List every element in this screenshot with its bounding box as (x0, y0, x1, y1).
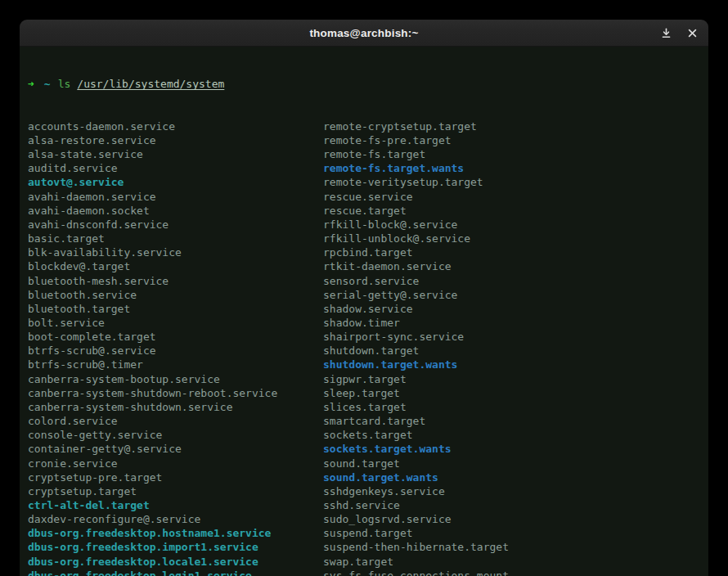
file-entry: btrfs-scrub@.timer (28, 358, 323, 371)
file-entry: sshd.service (323, 498, 700, 512)
listing-row: blockdev@.targetrtkit-daemon.service (28, 259, 700, 273)
prompt-arrow: ➜ (28, 78, 34, 90)
file-entry: suspend.target (323, 526, 700, 540)
file-entry: alsa-restore.service (28, 133, 323, 147)
directory-entry: remote-fs.target.wants (323, 161, 700, 175)
close-icon (688, 29, 697, 38)
listing-row: canberra-system-shutdown-reboot.services… (28, 386, 700, 400)
listing-row: bluetooth.targetshadow.service (28, 302, 700, 316)
prompt-cwd: ~ (44, 78, 51, 90)
file-entry: remote-veritysetup.target (323, 175, 700, 189)
file-entry: rtkit-daemon.service (323, 259, 700, 273)
file-entry: swap.target (323, 555, 700, 569)
listing-row: btrfs-scrub@.timershutdown.target.wants (28, 358, 700, 371)
file-entry: smartcard.target (323, 414, 700, 428)
listing-row: alsa-state.serviceremote-fs.target (28, 147, 700, 161)
file-entry: console-getty.service (28, 428, 323, 442)
download-icon (661, 28, 672, 38)
file-entry: shadow.timer (323, 316, 700, 330)
file-entry: sys-fs-fuse-connections.mount (323, 569, 700, 576)
listing-row: dbus-org.freedesktop.import1.servicesusp… (28, 540, 700, 554)
file-entry: shairport-sync.service (323, 330, 700, 344)
file-entry: avahi-daemon.service (28, 190, 323, 204)
file-entry: sshdgenkeys.service (323, 484, 700, 498)
listing-row: accounts-daemon.serviceremote-cryptsetup… (28, 119, 700, 133)
file-entry: accounts-daemon.service (28, 119, 323, 133)
file-entry: blockdev@.target (28, 259, 323, 273)
listing-row: avahi-daemon.socketrescue.target (28, 204, 700, 218)
file-entry: colord.service (28, 414, 323, 428)
file-entry: bluetooth.target (28, 302, 323, 316)
listing-row: bluetooth-mesh.servicesensord.service (28, 274, 700, 288)
listing-row: auditd.serviceremote-fs.target.wants (28, 161, 700, 175)
file-entry: auditd.service (28, 161, 323, 175)
file-entry: sound.target (323, 457, 700, 470)
listing-row: console-getty.servicesockets.target (28, 428, 700, 442)
file-entry: suspend-then-hibernate.target (323, 540, 700, 554)
listing-row: cryptsetup.targetsshdgenkeys.service (28, 484, 700, 498)
listing-row: avahi-dnsconfd.servicerfkill-block@.serv… (28, 218, 700, 232)
titlebar[interactable]: thomas@archbish:~ (20, 20, 708, 47)
listing-row: canberra-system-shutdown.serviceslices.t… (28, 400, 700, 414)
listing-row: cronie.servicesound.target (28, 457, 700, 470)
file-entry: bolt.service (28, 316, 323, 330)
symlink-entry: dbus-org.freedesktop.locale1.service (28, 555, 323, 569)
listing-row: avahi-daemon.servicerescue.service (28, 190, 700, 204)
listing-row: bluetooth.serviceserial-getty@.service (28, 288, 700, 302)
terminal-output[interactable]: ➜~ls/usr/lib/systemd/system accounts-dae… (20, 47, 708, 576)
file-entry: sleep.target (323, 386, 700, 400)
listing-row: basic.targetrfkill-unblock@.service (28, 232, 700, 245)
file-entry: serial-getty@.service (323, 288, 700, 302)
listing-row: canberra-system-bootup.servicesigpwr.tar… (28, 372, 700, 386)
file-entry: rfkill-unblock@.service (323, 232, 700, 245)
listing-row: bolt.serviceshadow.timer (28, 316, 700, 330)
file-entry: remote-fs-pre.target (323, 133, 700, 147)
file-entry: btrfs-scrub@.service (28, 344, 323, 358)
file-entry: sockets.target (323, 428, 700, 442)
prompt-line: ➜~ls/usr/lib/systemd/system (28, 77, 700, 91)
file-entry: remote-cryptsetup.target (323, 119, 700, 133)
file-entry: basic.target (28, 232, 323, 245)
file-entry: blk-availability.service (28, 245, 323, 259)
file-entry: boot-complete.target (28, 330, 323, 344)
file-entry: cronie.service (28, 457, 323, 470)
file-entry: canberra-system-shutdown.service (28, 400, 323, 414)
file-entry: avahi-daemon.socket (28, 204, 323, 218)
listing-row: dbus-org.freedesktop.hostname1.servicesu… (28, 526, 700, 540)
file-entry: cryptsetup-pre.target (28, 470, 323, 484)
file-entry: sigpwr.target (323, 372, 700, 386)
file-entry: alsa-state.service (28, 147, 323, 161)
download-button[interactable] (659, 26, 673, 40)
terminal-window: thomas@archbish:~ (20, 20, 708, 576)
prompt-argument: /usr/lib/systemd/system (77, 78, 224, 90)
file-entry: sudo_logsrvd.service (323, 512, 700, 526)
symlink-entry: ctrl-alt-del.target (28, 498, 323, 512)
file-entry: bluetooth-mesh.service (28, 274, 323, 288)
titlebar-buttons (659, 20, 699, 46)
listing-row: boot-complete.targetshairport-sync.servi… (28, 330, 700, 344)
directory-entry: sockets.target.wants (323, 442, 700, 456)
file-entry: avahi-dnsconfd.service (28, 218, 323, 232)
file-entry: rescue.target (323, 204, 700, 218)
symlink-entry: autovt@.service (28, 175, 323, 189)
listing-row: daxdev-reconfigure@.servicesudo_logsrvd.… (28, 512, 700, 526)
file-entry: canberra-system-shutdown-reboot.service (28, 386, 323, 400)
close-button[interactable] (686, 27, 699, 39)
file-entry: daxdev-reconfigure@.service (28, 512, 323, 526)
file-entry: bluetooth.service (28, 288, 323, 302)
listing-row: container-getty@.servicesockets.target.w… (28, 442, 700, 456)
listing-row: dbus-org.freedesktop.locale1.serviceswap… (28, 555, 700, 569)
listing-row: dbus-org.freedesktop.login1.servicesys-f… (28, 569, 700, 576)
file-entry: canberra-system-bootup.service (28, 372, 323, 386)
file-entry: container-getty@.service (28, 442, 323, 456)
listing-row: colord.servicesmartcard.target (28, 414, 700, 428)
file-entry: rpcbind.target (323, 245, 700, 259)
file-entry: cryptsetup.target (28, 484, 323, 498)
symlink-entry: dbus-org.freedesktop.hostname1.service (28, 526, 323, 540)
file-entry: sensord.service (323, 274, 700, 288)
file-entry: slices.target (323, 400, 700, 414)
file-entry: remote-fs.target (323, 147, 700, 161)
file-entry: rescue.service (323, 190, 700, 204)
symlink-entry: dbus-org.freedesktop.login1.service (28, 569, 323, 576)
directory-entry: shutdown.target.wants (323, 358, 700, 371)
